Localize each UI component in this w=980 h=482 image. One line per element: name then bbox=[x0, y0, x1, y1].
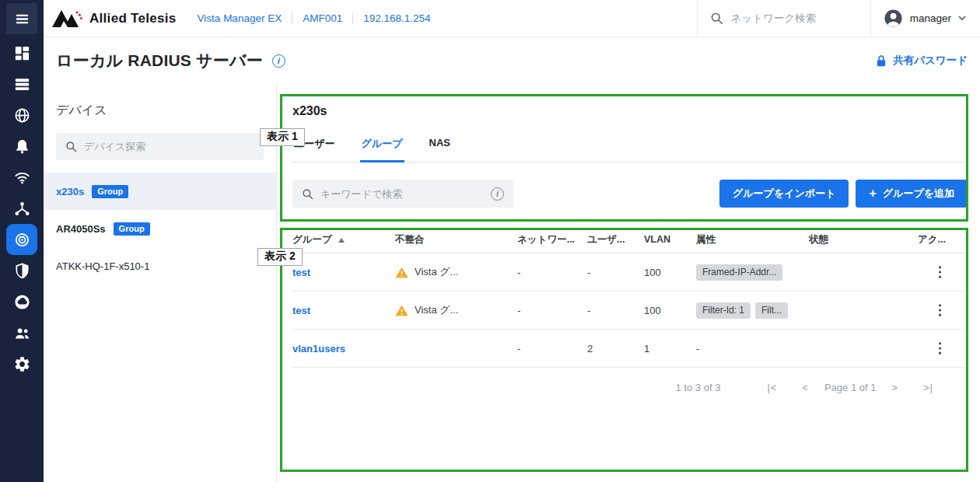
next-page-icon[interactable]: > bbox=[888, 382, 901, 393]
group-badge: Group bbox=[114, 222, 150, 236]
device-row-x230s[interactable]: x230s Group bbox=[44, 173, 276, 210]
network-icon bbox=[13, 200, 31, 218]
bell-icon bbox=[13, 138, 31, 155]
row-actions-kebab-icon[interactable] bbox=[938, 265, 942, 279]
column-header-vlan[interactable]: VLAN bbox=[644, 234, 696, 245]
table-row: test Vista グ... - - 100 Framed-IP-Addr..… bbox=[292, 253, 968, 292]
pagination: 1 to 3 of 3 |< < Page 1 of 1 > >| bbox=[292, 382, 968, 393]
column-header-actions: アク... bbox=[918, 233, 968, 246]
device-panel: デバイス x230s Group AR4050Ss Group ATKK-HQ-… bbox=[44, 84, 277, 482]
sidebar-item-events[interactable] bbox=[0, 131, 44, 162]
mismatch-text: Vista グ... bbox=[415, 303, 458, 317]
user-name: manager bbox=[910, 12, 951, 24]
sidebar-item-cloud[interactable] bbox=[0, 286, 44, 317]
menu-button[interactable] bbox=[0, 0, 44, 37]
sidebar-item-dashboard[interactable] bbox=[0, 37, 44, 68]
device-name: AR4050Ss bbox=[56, 223, 106, 235]
table-row: test Vista グ... - - 100 Filter-Id: 1Filt… bbox=[292, 292, 968, 330]
network-search bbox=[697, 0, 871, 37]
users-icon bbox=[13, 324, 31, 342]
search-icon bbox=[710, 12, 723, 25]
shared-password-link[interactable]: 共有パスワード bbox=[875, 54, 968, 68]
warning-icon bbox=[395, 267, 408, 278]
top-bar: Allied Telesis Vista Manager EX AMF001 1… bbox=[44, 0, 980, 37]
sidebar-item-wireless[interactable] bbox=[0, 162, 44, 193]
import-group-button[interactable]: グループをインポート bbox=[719, 180, 849, 208]
page-info-icon[interactable] bbox=[272, 54, 285, 68]
group-link[interactable]: test bbox=[292, 305, 310, 316]
device-search bbox=[56, 133, 264, 160]
content-area: デバイス x230s Group AR4050Ss Group ATKK-HQ-… bbox=[44, 84, 980, 482]
sidebar-item-amf-network[interactable] bbox=[0, 193, 44, 224]
sort-asc-icon bbox=[338, 238, 345, 243]
column-header-attributes[interactable]: 属性 bbox=[696, 233, 809, 246]
device-name: ATKK-HQ-1F-x510-1 bbox=[56, 260, 149, 272]
device-row-ar4050ss[interactable]: AR4050Ss Group bbox=[44, 210, 276, 247]
mismatch-text: Vista グ... bbox=[415, 265, 458, 279]
pagination-range: 1 to 3 of 3 bbox=[676, 382, 721, 393]
group-link[interactable]: vlan1users bbox=[292, 343, 345, 355]
groups-table: グループ 不整合 ネットワー... ユーザ... VLAN 属性 状態 アク..… bbox=[292, 226, 968, 368]
menu-icon bbox=[6, 3, 37, 34]
device-panel-heading: デバイス bbox=[56, 103, 276, 119]
vlan-cell: 1 bbox=[644, 343, 696, 355]
users-cell: - bbox=[587, 305, 644, 316]
globe-icon bbox=[13, 107, 31, 124]
first-page-icon[interactable]: |< bbox=[764, 382, 780, 393]
users-cell: - bbox=[587, 267, 644, 278]
user-menu[interactable]: manager bbox=[871, 0, 980, 37]
lock-icon bbox=[875, 54, 887, 68]
dashboard-icon bbox=[13, 44, 31, 62]
search-icon bbox=[302, 188, 313, 200]
radar-icon bbox=[13, 231, 31, 249]
tab-nas[interactable]: NAS bbox=[428, 137, 452, 162]
column-header-status[interactable]: 状態 bbox=[809, 233, 918, 246]
column-header-users[interactable]: ユーザ... bbox=[587, 233, 644, 246]
keyword-search bbox=[292, 180, 513, 208]
brand-name: Allied Telesis bbox=[89, 11, 177, 26]
brand: Allied Telesis bbox=[44, 0, 177, 37]
attribute-chip: Framed-IP-Addr... bbox=[696, 264, 782, 281]
nav-link-network-name[interactable]: AMF001 bbox=[292, 12, 352, 24]
attributes-cell: - bbox=[696, 343, 809, 355]
allied-telesis-logo bbox=[51, 8, 84, 30]
warning-icon bbox=[395, 305, 408, 316]
keyword-search-input[interactable] bbox=[320, 188, 484, 200]
sidebar-item-network-map[interactable] bbox=[0, 100, 44, 131]
column-header-network[interactable]: ネットワー... bbox=[517, 233, 587, 246]
device-name: x230s bbox=[56, 186, 84, 197]
sidebar-item-asset-list[interactable] bbox=[0, 68, 44, 100]
column-header-group[interactable]: グループ bbox=[292, 233, 395, 246]
tab-groups[interactable]: グループ bbox=[360, 137, 404, 162]
search-info-icon[interactable] bbox=[491, 187, 504, 201]
plus-icon: + bbox=[869, 187, 876, 201]
network-cell: - bbox=[517, 305, 587, 316]
add-group-button[interactable]: +グループを追加 bbox=[856, 180, 968, 208]
group-toolbar: グループをインポート +グループを追加 bbox=[292, 180, 968, 208]
network-search-input[interactable] bbox=[731, 12, 848, 24]
network-cell: - bbox=[517, 267, 587, 278]
last-page-icon[interactable]: >| bbox=[920, 382, 936, 393]
page-title: ローカル RADIUS サーバー bbox=[56, 50, 263, 72]
nav-link-vista-manager[interactable]: Vista Manager EX bbox=[187, 12, 292, 24]
annotation-label-2: 表示 2 bbox=[257, 248, 303, 266]
gear-icon bbox=[13, 355, 31, 373]
table-header-row: グループ 不整合 ネットワー... ユーザ... VLAN 属性 状態 アク..… bbox=[292, 226, 968, 253]
sidebar-item-local-radius[interactable] bbox=[0, 224, 44, 255]
nav-link-controller-ip[interactable]: 192.168.1.254 bbox=[352, 12, 440, 24]
device-row-atkk-hq-1f-x510-1[interactable]: ATKK-HQ-1F-x510-1 bbox=[44, 247, 276, 285]
group-link[interactable]: test bbox=[292, 267, 310, 278]
sidebar-item-settings[interactable] bbox=[0, 348, 44, 379]
sidebar-item-security[interactable] bbox=[0, 255, 44, 286]
row-actions-kebab-icon[interactable] bbox=[938, 341, 942, 355]
row-actions-kebab-icon[interactable] bbox=[938, 303, 942, 317]
shared-password-label: 共有パスワード bbox=[893, 54, 968, 68]
annotation-label-1: 表示 1 bbox=[260, 128, 305, 146]
sidebar-item-users[interactable] bbox=[0, 317, 44, 348]
network-cell: - bbox=[517, 343, 587, 355]
users-cell: 2 bbox=[587, 343, 644, 355]
column-header-mismatch[interactable]: 不整合 bbox=[395, 233, 517, 246]
device-search-input[interactable] bbox=[84, 141, 254, 152]
previous-page-icon[interactable]: < bbox=[799, 382, 812, 393]
active-item-highlight bbox=[6, 224, 37, 255]
